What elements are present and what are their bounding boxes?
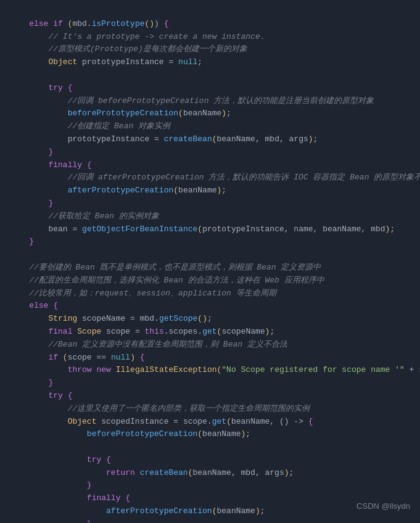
code-editor: else if (mbd.isPrototype()) { // It's a … xyxy=(0,0,420,523)
code-line: //原型模式(Prototype)是每次都会创建一个新的对象 xyxy=(0,43,420,56)
code-line: Object scopedInstance = scope.get(beanNa… xyxy=(0,416,420,429)
code-line: afterPrototypeCreation(beanName); xyxy=(0,184,420,197)
code-line: else { xyxy=(0,300,420,313)
code-line: //要创建的 Bean 既不是单例模式，也不是原型模式，则根据 Bean 定义资… xyxy=(0,262,420,274)
code-line: final Scope scope = this.scopes.get(scop… xyxy=(0,326,420,339)
code-line: //比较常用，如：request、session、application 等生命… xyxy=(0,287,420,300)
code-line: beforePrototypeCreation(beanName); xyxy=(0,428,420,441)
code-line: //这里又使用了一个匿名内部类，获取一个指定生命周期范围的实例 xyxy=(0,403,420,416)
code-line: //回调 beforePrototypeCreation 方法，默认的功能是注册… xyxy=(0,95,420,108)
code-line: //Bean 定义资源中没有配置生命周期范围，则 Bean 定义不合法 xyxy=(0,339,420,352)
code-line: beforePrototypeCreation(beanName); xyxy=(0,107,420,120)
code-line: //配置的生命周期范围，选择实例化 Bean 的合适方法，这种在 Web 应用程… xyxy=(0,274,420,287)
code-line: finally { xyxy=(0,159,420,172)
code-line: prototypeInstance = createBean(beanName,… xyxy=(0,133,420,146)
code-line: //获取给定 Bean 的实例对象 xyxy=(0,210,420,223)
code-line: } xyxy=(0,146,420,159)
code-line: } xyxy=(0,377,420,390)
code-line: String scopeName = mbd.getScope(); xyxy=(0,313,420,326)
code-line: throw new IllegalStateException("No Scop… xyxy=(0,364,420,377)
code-line: // It's a prototype -> create a new inst… xyxy=(0,31,420,44)
code-line xyxy=(0,249,420,262)
code-line: bean = getObjectForBeanInstance(prototyp… xyxy=(0,223,420,236)
code-line: if (scope == null) { xyxy=(0,352,420,364)
code-line: else if (mbd.isPrototype()) { xyxy=(0,18,420,31)
code-line xyxy=(0,441,420,454)
code-line: try { xyxy=(0,454,420,467)
code-line: } xyxy=(0,479,420,492)
code-line: } xyxy=(0,197,420,210)
code-line: } xyxy=(0,518,420,523)
code-line: try { xyxy=(0,390,420,403)
code-line: Object prototypeInstance = null; xyxy=(0,56,420,69)
code-line xyxy=(0,69,420,82)
code-line: //创建指定 Bean 对象实例 xyxy=(0,120,420,133)
code-line: try { xyxy=(0,82,420,95)
code-line: return createBean(beanName, mbd, args); xyxy=(0,467,420,480)
code-line: } xyxy=(0,236,420,249)
code-line: //回调 afterPrototypeCreation 方法，默认的功能告诉 I… xyxy=(0,171,420,184)
brand-label: CSDN @llsydn xyxy=(356,500,410,513)
